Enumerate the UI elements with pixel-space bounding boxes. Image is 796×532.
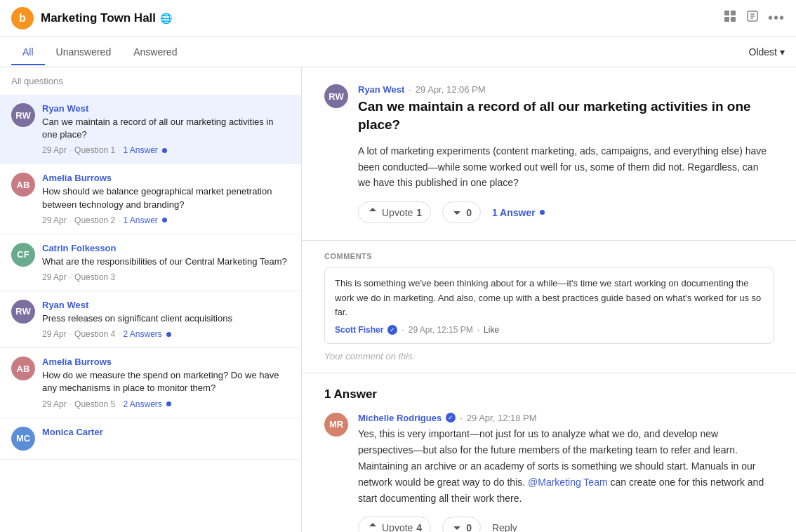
question-item-4[interactable]: RWRyan WestPress releases on significant… xyxy=(0,291,301,348)
comment-date: 29 Apr, 12:15 PM xyxy=(409,325,473,335)
question-date: 29 Apr xyxy=(42,272,67,282)
question-item-1[interactable]: RWRyan WestCan we maintain a record of a… xyxy=(0,95,301,164)
question-author-6[interactable]: Monica Carter xyxy=(42,427,290,437)
comment-date-sep: · xyxy=(402,325,404,335)
tab-all[interactable]: All xyxy=(11,39,45,65)
detail-date-sep: · xyxy=(409,84,411,95)
answer-mention[interactable]: @Marketing Team xyxy=(528,477,608,488)
question-item-2[interactable]: ABAmelia BurrowsHow should we balance ge… xyxy=(0,164,301,234)
answer-link[interactable]: 1 Answer xyxy=(492,207,545,218)
svg-rect-3 xyxy=(731,17,736,22)
question-item-3[interactable]: CFCatrin FolkessonWhat are the responsib… xyxy=(0,234,301,291)
more-icon[interactable]: ••• xyxy=(768,10,785,26)
answer-count: 1 Answer xyxy=(123,215,157,225)
comment-author-name[interactable]: Scott Fisher xyxy=(335,325,383,335)
meta-dot2: · xyxy=(118,215,120,225)
answer-verified-icon: ✓ xyxy=(446,413,456,423)
question-num: Question 1 xyxy=(74,145,115,155)
question-text-1: Can we maintain a record of all our mark… xyxy=(42,116,290,141)
grid-icon[interactable] xyxy=(723,9,737,27)
answer-count: 1 Answer xyxy=(123,145,157,155)
answer-count: 2 Answers xyxy=(123,399,161,409)
upvote-label: Upvote xyxy=(382,207,413,218)
meta-dot: · xyxy=(69,145,72,155)
question-item-5[interactable]: ABAmelia BurrowsHow do we measure the sp… xyxy=(0,348,301,418)
question-author-4[interactable]: Ryan West xyxy=(42,300,290,310)
meta-dot: · xyxy=(69,272,72,282)
answer-date: 29 Apr, 12:18 PM xyxy=(467,413,537,423)
question-meta-3: 29 Apr · Question 3 xyxy=(42,272,290,282)
comments-label: COMMENTS xyxy=(324,252,774,260)
answer-author-name[interactable]: Michelle Rodrigues xyxy=(358,413,442,423)
svg-rect-0 xyxy=(724,11,729,15)
meta-dot2: · xyxy=(118,329,120,339)
question-num: Question 3 xyxy=(74,272,115,282)
question-content-2: Amelia BurrowsHow should we balance geog… xyxy=(42,173,290,225)
question-content-3: Catrin FolkessonWhat are the responsibil… xyxy=(42,243,290,282)
svg-rect-2 xyxy=(724,17,729,22)
question-num: Question 5 xyxy=(74,399,115,409)
reply-button[interactable]: Reply xyxy=(492,522,517,532)
svg-rect-1 xyxy=(731,11,736,15)
question-date: 29 Apr xyxy=(42,399,67,409)
question-text-5: How do we measure the spend on marketing… xyxy=(42,369,290,394)
question-item-6[interactable]: MCMonica Carter xyxy=(0,418,301,460)
question-date: 29 Apr xyxy=(42,215,67,225)
comment-input[interactable]: Your comment on this. xyxy=(324,344,774,361)
sort-label: Oldest xyxy=(749,46,777,58)
answer-text: Yes, this is very important—not just for… xyxy=(358,426,774,507)
comment-box: This is something we've been thinking ab… xyxy=(324,267,774,343)
question-detail: RW Ryan West · 29 Apr, 12:06 PM Can we m… xyxy=(302,67,796,241)
question-detail-header: RW Ryan West · 29 Apr, 12:06 PM Can we m… xyxy=(324,84,774,133)
question-num: Question 2 xyxy=(74,215,115,225)
answer-dot xyxy=(162,148,167,153)
question-author-1[interactable]: Ryan West xyxy=(42,103,290,114)
answer-dot xyxy=(166,332,171,337)
answer-section: 1 Answer MR Michelle Rodrigues ✓ · 29 Ap… xyxy=(302,373,796,532)
question-content-4: Ryan WestPress releases on significant c… xyxy=(42,300,290,339)
question-avatar-2: AB xyxy=(11,173,35,197)
comment-author-row: Scott Fisher ✓ · 29 Apr, 12:15 PM · Like xyxy=(335,325,763,335)
upvote-button[interactable]: Upvote 1 xyxy=(358,201,431,223)
question-author-5[interactable]: Amelia Burrows xyxy=(42,357,290,367)
answer-dot xyxy=(166,401,171,406)
meta-dot: · xyxy=(69,215,72,225)
question-text-4: Press releases on significant client acq… xyxy=(42,312,290,325)
answer-upvote-button[interactable]: Upvote 4 xyxy=(358,517,431,532)
question-avatar-6: MC xyxy=(11,427,35,451)
header: b Marketing Town Hall 🌐 ••• xyxy=(0,0,796,36)
detail-header-info: Ryan West · 29 Apr, 12:06 PM Can we main… xyxy=(358,84,774,133)
answer-actions: Upvote 4 0 Reply xyxy=(358,517,774,532)
downvote-button[interactable]: 0 xyxy=(442,201,481,223)
detail-actions: Upvote 1 0 1 Answer xyxy=(324,201,774,223)
answer-downvote-button[interactable]: 0 xyxy=(442,517,481,532)
answer-body: Michelle Rodrigues ✓ · 29 Apr, 12:18 PM … xyxy=(358,413,774,532)
upvote-count: 1 xyxy=(416,207,422,218)
question-author-2[interactable]: Amelia Burrows xyxy=(42,173,290,183)
header-actions: ••• xyxy=(723,9,785,27)
question-list: RWRyan WestCan we maintain a record of a… xyxy=(0,95,301,460)
question-meta-5: 29 Apr · Question 5 · 2 Answers xyxy=(42,399,290,409)
verified-icon: ✓ xyxy=(387,325,397,335)
sort-dropdown[interactable]: Oldest ▾ xyxy=(749,46,785,58)
downvote-count: 0 xyxy=(466,207,472,218)
question-date: 29 Apr xyxy=(42,329,67,339)
answer-downvote-icon xyxy=(451,521,463,532)
answer-author-avatar: MR xyxy=(324,413,348,437)
question-text-2: How should we balance geographical marke… xyxy=(42,185,290,211)
question-text-3: What are the responsibilities of our Cen… xyxy=(42,255,290,268)
detail-author-name[interactable]: Ryan West xyxy=(358,84,404,95)
answer-date-sep: · xyxy=(460,413,463,423)
comment-like-button[interactable]: Like xyxy=(484,325,499,335)
comment-sep2: · xyxy=(477,325,479,335)
main-layout: All questions RWRyan WestCan we maintain… xyxy=(0,67,796,532)
tab-unanswered[interactable]: Unanswered xyxy=(45,39,123,65)
question-author-3[interactable]: Catrin Folkesson xyxy=(42,243,290,253)
meta-dot2: · xyxy=(118,145,120,155)
question-meta-2: 29 Apr · Question 2 · 1 Answer xyxy=(42,215,290,225)
tab-answered[interactable]: Answered xyxy=(122,39,188,65)
chevron-down-icon: ▾ xyxy=(780,46,785,58)
edit-icon[interactable] xyxy=(745,9,759,27)
question-avatar-5: AB xyxy=(11,357,35,380)
content-area: RW Ryan West · 29 Apr, 12:06 PM Can we m… xyxy=(302,67,796,532)
